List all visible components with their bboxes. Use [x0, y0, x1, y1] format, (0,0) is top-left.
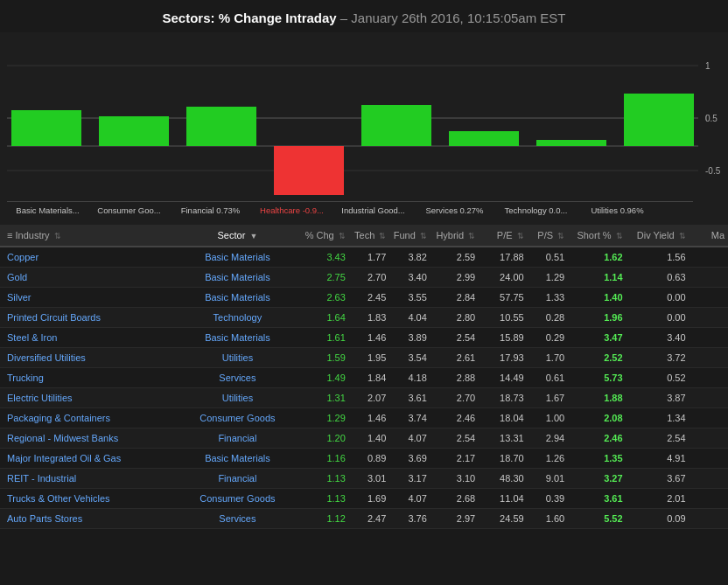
cell-div: 0.00 — [626, 288, 690, 308]
cell-ps: 1.33 — [528, 288, 569, 308]
cell-short: 1.96 — [568, 308, 626, 328]
col-header-ps[interactable]: P/S ⇅ — [528, 225, 569, 247]
cell-tech: 1.46 — [349, 328, 390, 348]
cell-pchg: 3.43 — [300, 247, 348, 268]
svg-text:0: 0 — [705, 114, 710, 123]
col-header-industry[interactable]: ≡ Industry ⇅ — [0, 225, 174, 247]
table-row[interactable]: Major Integrated Oil & Gas Basic Materia… — [0, 449, 728, 469]
cell-hybrid: 3.10 — [430, 469, 479, 489]
col-header-div[interactable]: Div Yield ⇅ — [626, 225, 690, 247]
x-label-healthcare: Healthcare -0.9... — [251, 202, 332, 219]
cell-ma — [690, 328, 728, 348]
cell-short: 5.52 — [568, 509, 626, 529]
cell-sector: Consumer Goods — [174, 489, 300, 509]
x-label-services: Services 0.27% — [414, 202, 495, 219]
col-header-fund[interactable]: Fund ⇅ — [389, 225, 430, 247]
cell-short: 1.35 — [568, 449, 626, 469]
cell-div: 2.54 — [626, 428, 690, 449]
cell-hybrid: 2.70 — [430, 388, 479, 408]
col-header-tech[interactable]: Tech ⇅ — [349, 225, 390, 247]
table-row[interactable]: Trucks & Other Vehicles Consumer Goods 1… — [0, 489, 728, 509]
col-header-pchg[interactable]: % Chg ⇅ — [300, 225, 348, 247]
cell-sector: Basic Materials — [174, 288, 300, 308]
table-row[interactable]: Diversified Utilities Utilities 1.59 1.9… — [0, 348, 728, 368]
table-row[interactable]: Packaging & Containers Consumer Goods 1.… — [0, 408, 728, 428]
cell-pe: 48.30 — [479, 469, 527, 489]
cell-div: 2.01 — [626, 489, 690, 509]
table-row[interactable]: Steel & Iron Basic Materials 1.61 1.46 3… — [0, 328, 728, 348]
col-header-ma[interactable]: Ma — [690, 225, 728, 247]
cell-fund: 4.07 — [389, 489, 430, 509]
table-row[interactable]: Silver Basic Materials 2.63 2.45 3.55 2.… — [0, 288, 728, 308]
cell-pchg: 1.49 — [300, 368, 348, 388]
cell-div: 1.56 — [626, 247, 690, 268]
table-row[interactable]: REIT - Industrial Financial 1.13 3.01 3.… — [0, 469, 728, 489]
cell-industry: Printed Circuit Boards — [0, 308, 174, 328]
table-row[interactable]: Trucking Services 1.49 1.84 4.18 2.88 14… — [0, 368, 728, 388]
cell-pe: 57.75 — [479, 288, 527, 308]
cell-tech: 1.40 — [349, 428, 390, 449]
cell-pe: 10.55 — [479, 308, 527, 328]
cell-sector: Financial — [174, 428, 300, 449]
cell-pe: 17.88 — [479, 247, 527, 268]
cell-ma — [690, 449, 728, 469]
cell-fund: 3.55 — [389, 288, 430, 308]
cell-tech: 1.69 — [349, 489, 390, 509]
cell-short: 3.61 — [568, 489, 626, 509]
col-header-pe[interactable]: P/E ⇅ — [479, 225, 527, 247]
cell-ps: 9.01 — [528, 469, 569, 489]
cell-fund: 3.69 — [389, 449, 430, 469]
chart-title: Sectors: % Change Intraday — [162, 10, 336, 25]
chart-subtitle: – January 26th 2016, 10:15:05am EST — [340, 10, 566, 25]
cell-div: 3.72 — [626, 348, 690, 368]
cell-div: 0.09 — [626, 509, 690, 529]
cell-pchg: 1.59 — [300, 348, 348, 368]
table-row[interactable]: Auto Parts Stores Services 1.12 2.47 3.7… — [0, 509, 728, 529]
x-label-financial: Financial 0.73% — [170, 202, 251, 219]
table-row[interactable]: Electric Utilities Utilities 1.31 2.07 3… — [0, 388, 728, 408]
cell-fund: 4.18 — [389, 368, 430, 388]
col-header-sector[interactable]: Sector ▼ — [174, 225, 300, 247]
x-label-consumer: Consumer Goo... — [88, 202, 170, 219]
cell-div: 0.52 — [626, 368, 690, 388]
col-header-short[interactable]: Short % ⇅ — [568, 225, 626, 247]
table-body: Copper Basic Materials 3.43 1.77 3.82 2.… — [0, 247, 728, 529]
cell-sector: Financial — [174, 469, 300, 489]
svg-rect-10 — [186, 107, 256, 146]
table-row[interactable]: Regional - Midwest Banks Financial 1.20 … — [0, 428, 728, 449]
cell-industry: Trucking — [0, 368, 174, 388]
svg-text:1: 1 — [705, 61, 710, 71]
svg-rect-8 — [11, 110, 81, 146]
cell-ma — [690, 247, 728, 268]
cell-hybrid: 2.61 — [430, 348, 479, 368]
cell-ma — [690, 348, 728, 368]
cell-industry: Packaging & Containers — [0, 408, 174, 428]
cell-fund: 3.74 — [389, 408, 430, 428]
cell-sector: Services — [174, 509, 300, 529]
cell-hybrid: 2.54 — [430, 428, 479, 449]
cell-pe: 14.49 — [479, 368, 527, 388]
col-header-hybrid[interactable]: Hybrid ⇅ — [430, 225, 479, 247]
cell-short: 5.73 — [568, 368, 626, 388]
cell-pchg: 1.13 — [300, 469, 348, 489]
cell-sector: Technology — [174, 308, 300, 328]
table-row[interactable]: Gold Basic Materials 2.75 2.70 3.40 2.99… — [0, 268, 728, 288]
svg-rect-12 — [361, 105, 431, 146]
cell-pchg: 1.12 — [300, 509, 348, 529]
chart-header: Sectors: % Change Intraday – January 26t… — [0, 0, 728, 32]
cell-pe: 11.04 — [479, 489, 527, 509]
cell-tech: 2.07 — [349, 388, 390, 408]
cell-hybrid: 2.97 — [430, 509, 479, 529]
table-row[interactable]: Printed Circuit Boards Technology 1.64 1… — [0, 308, 728, 328]
cell-div: 0.00 — [626, 308, 690, 328]
cell-pe: 18.04 — [479, 408, 527, 428]
cell-industry: Trucks & Other Vehicles — [0, 489, 174, 509]
cell-sector: Basic Materials — [174, 449, 300, 469]
chart-svg: 1 0.5 0 -0.5 — [7, 39, 693, 201]
cell-ma — [690, 509, 728, 529]
table-row[interactable]: Copper Basic Materials 3.43 1.77 3.82 2.… — [0, 247, 728, 268]
svg-rect-13 — [449, 131, 519, 146]
cell-industry: Silver — [0, 288, 174, 308]
cell-ps: 1.00 — [528, 408, 569, 428]
cell-pchg: 1.20 — [300, 428, 348, 449]
